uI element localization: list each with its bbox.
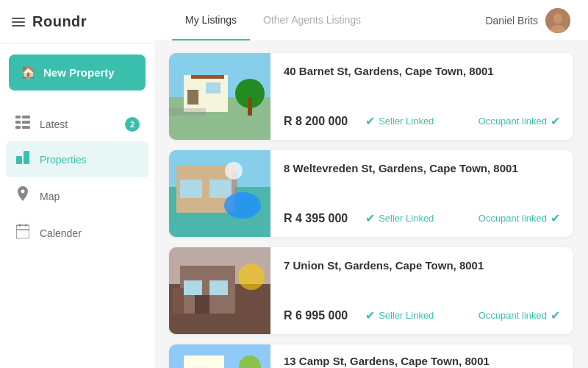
calender-icon xyxy=(15,224,31,242)
properties-label: Properties xyxy=(40,154,87,166)
svg-rect-39 xyxy=(173,288,184,314)
new-property-button[interactable]: 🏠 New Property xyxy=(9,54,146,91)
listing-address: 8 Weltevreden St, Gardens, Cape Town, 80… xyxy=(284,162,560,174)
svg-rect-28 xyxy=(209,180,232,198)
listing-meta: R 8 200 000 ✔ Seller Linked Occupant lin… xyxy=(284,114,560,128)
listing-card[interactable]: 7 Union St, Gardens, Cape Town, 8001 R 6… xyxy=(169,247,573,334)
sidebar-item-properties[interactable]: Properties xyxy=(6,141,148,177)
seller-status: ✔ Seller Linked xyxy=(365,308,434,322)
latest-badge: 2 xyxy=(125,117,140,132)
sidebar-item-latest[interactable]: Latest 2 xyxy=(0,107,154,141)
occupant-check-icon: ✔ xyxy=(551,308,560,322)
seller-check-icon: ✔ xyxy=(365,308,375,322)
svg-rect-0 xyxy=(15,116,21,118)
map-label: Map xyxy=(40,191,60,202)
svg-rect-27 xyxy=(180,180,202,198)
tab-other-agents[interactable]: Other Agents Listings xyxy=(250,0,374,40)
svg-rect-6 xyxy=(16,156,22,164)
svg-rect-23 xyxy=(248,97,252,116)
listing-address: 13 Camp St, Gardens, Cape Town, 8001 xyxy=(284,355,560,367)
svg-rect-3 xyxy=(22,116,30,118)
seller-check-icon: ✔ xyxy=(365,211,375,225)
listings-container: 40 Barnet St, Gardens, Cape Town, 8001 R… xyxy=(154,41,588,368)
occupant-check-icon: ✔ xyxy=(551,211,560,225)
svg-rect-42 xyxy=(184,355,224,368)
svg-rect-4 xyxy=(22,121,30,124)
listing-info: 8 Weltevreden St, Gardens, Cape Town, 80… xyxy=(270,150,573,237)
svg-rect-35 xyxy=(184,280,202,295)
map-icon xyxy=(15,186,31,206)
sidebar-nav: Latest 2 Properties Map Calender xyxy=(0,101,154,257)
avatar xyxy=(545,8,570,33)
latest-label: Latest xyxy=(40,118,68,130)
user-name: Daniel Brits xyxy=(485,15,538,26)
sidebar: Roundr 🏠 New Property Latest 2 Propertie… xyxy=(0,0,154,368)
svg-rect-37 xyxy=(195,295,209,314)
svg-rect-1 xyxy=(15,121,21,124)
svg-rect-36 xyxy=(209,280,228,295)
svg-point-29 xyxy=(224,192,261,219)
seller-status: ✔ Seller Linked xyxy=(365,211,434,225)
svg-rect-8 xyxy=(16,225,29,238)
svg-rect-20 xyxy=(191,75,224,79)
calender-label: Calender xyxy=(40,227,82,239)
app-logo: Roundr xyxy=(32,13,87,30)
svg-rect-18 xyxy=(187,90,198,105)
svg-rect-19 xyxy=(206,82,220,93)
listing-card[interactable]: 40 Barnet St, Gardens, Cape Town, 8001 R… xyxy=(169,53,573,140)
new-property-icon: 🏠 xyxy=(21,65,36,80)
main-content: My Listings Other Agents Listings Daniel… xyxy=(154,0,588,368)
occupant-status: Occupant linked ✔ xyxy=(478,211,560,225)
sidebar-header: Roundr xyxy=(0,0,154,44)
user-info: Daniel Brits xyxy=(485,8,570,33)
listing-address: 7 Union St, Gardens, Cape Town, 8001 xyxy=(284,259,560,272)
tabs: My Listings Other Agents Listings xyxy=(172,0,374,40)
listing-address: 40 Barnet St, Gardens, Cape Town, 8001 xyxy=(284,65,560,77)
svg-rect-2 xyxy=(15,126,21,129)
listing-image xyxy=(169,344,270,368)
avatar-image xyxy=(545,8,570,33)
listing-meta: R 6 995 000 ✔ Seller Linked Occupant lin… xyxy=(284,308,560,322)
properties-icon xyxy=(15,150,31,169)
svg-point-31 xyxy=(225,162,243,180)
occupant-check-icon: ✔ xyxy=(551,114,560,128)
listing-price: R 4 395 000 xyxy=(284,212,348,225)
svg-rect-5 xyxy=(22,126,30,129)
listing-meta: R 4 395 000 ✔ Seller Linked Occupant lin… xyxy=(284,211,560,225)
listing-image xyxy=(169,150,270,237)
topbar: My Listings Other Agents Listings Daniel… xyxy=(154,0,588,41)
latest-icon xyxy=(15,116,31,132)
listing-info: 13 Camp St, Gardens, Cape Town, 8001 xyxy=(270,344,573,368)
seller-check-icon: ✔ xyxy=(365,114,375,128)
seller-status: ✔ Seller Linked xyxy=(365,114,434,128)
sidebar-item-calender[interactable]: Calender xyxy=(0,215,154,251)
listing-card[interactable]: 13 Camp St, Gardens, Cape Town, 8001 xyxy=(169,344,573,368)
listing-image xyxy=(169,247,270,334)
occupant-status: Occupant linked ✔ xyxy=(478,114,560,128)
svg-rect-7 xyxy=(24,151,29,164)
listing-price: R 8 200 000 xyxy=(284,115,348,128)
svg-point-38 xyxy=(238,263,265,290)
svg-rect-21 xyxy=(169,108,206,116)
svg-point-13 xyxy=(553,13,562,24)
new-property-label: New Property xyxy=(43,66,115,79)
sidebar-item-map[interactable]: Map xyxy=(0,177,154,215)
listing-info: 40 Barnet St, Gardens, Cape Town, 8001 R… xyxy=(270,53,573,140)
listing-price: R 6 995 000 xyxy=(284,309,348,322)
hamburger-icon[interactable] xyxy=(12,18,25,26)
tab-my-listings[interactable]: My Listings xyxy=(172,0,250,40)
occupant-status: Occupant linked ✔ xyxy=(478,308,560,322)
listing-info: 7 Union St, Gardens, Cape Town, 8001 R 6… xyxy=(270,247,573,334)
listing-image xyxy=(169,53,270,140)
listing-card[interactable]: 8 Weltevreden St, Gardens, Cape Town, 80… xyxy=(169,150,573,237)
